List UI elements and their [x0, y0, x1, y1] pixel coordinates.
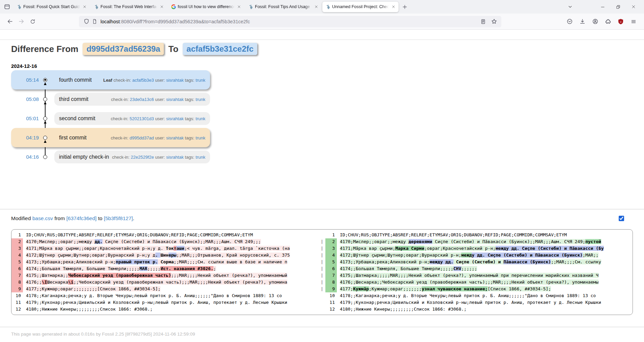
modified-file-link[interactable]: base.csv — [32, 215, 53, 221]
commit-node-icon — [43, 155, 47, 159]
diff-separator: | — [319, 286, 325, 292]
checkin-hash-link[interactable]: acfaf5b3e3 — [132, 78, 154, 83]
restore-button[interactable] — [610, 0, 626, 14]
diff-lineno-left: 9 — [11, 286, 23, 292]
timeline-time-link[interactable]: 04:19 — [11, 135, 39, 140]
extensions-button[interactable] — [602, 16, 614, 27]
tab-close-button[interactable] — [82, 4, 88, 10]
minimize-button[interactable] — [595, 0, 610, 14]
diff-text-left: 4176;;\IШеснарка\i;;Чебоксарский уезд (п… — [23, 279, 319, 286]
diff-text-left: 4170;Мислер;;овраг;;между дд. Сиçпе (Сис… — [23, 238, 319, 245]
browser-tab[interactable]: Fossil: The Fossil Web Interface — [91, 2, 167, 12]
bookmark-star-icon[interactable] — [490, 18, 498, 26]
diff-text-left: 4172;Шӳтнер çырми;Шутнер;овраг;Вурнарски… — [23, 252, 319, 259]
diff-lineno-right: 1 — [325, 232, 337, 238]
tag-link[interactable]: trunk — [196, 135, 205, 140]
modified-from-ref-link[interactable]: [6374fc36ed] — [66, 215, 97, 221]
account-button[interactable] — [589, 16, 602, 27]
commit-bubble: third commitcheck-in: 23de0a13c6 user: s… — [54, 93, 210, 106]
checkin-hash-link[interactable]: 52021301d3 — [129, 116, 154, 121]
user-link[interactable]: sisrahtak — [166, 97, 184, 102]
diff-lineno-left: 8 — [11, 279, 23, 286]
checkin-hash-link[interactable]: 22e2529f2e — [131, 155, 154, 160]
diff-lineno-right: 9 — [325, 286, 337, 292]
user-link[interactable]: sisrahtak — [166, 116, 184, 121]
tag-link[interactable]: trunk — [196, 97, 205, 102]
modified-to-ref-link[interactable]: [5b3f5f8127] — [104, 215, 133, 221]
new-tab-button[interactable] — [400, 2, 410, 12]
diff-ch-chunk: CHV — [453, 266, 461, 271]
timeline-time-link[interactable]: 05:01 — [11, 115, 39, 121]
tag-link[interactable]: trunk — [196, 116, 205, 121]
page-icon[interactable] — [90, 18, 98, 26]
user-link[interactable]: sisrahtak — [166, 155, 184, 160]
diff-text-right: 4170;Мислер;;овраг;;между деревнями Сиçп… — [337, 238, 633, 245]
checkin-hash-link[interactable]: d995dd37ad — [129, 135, 154, 140]
tab-close-button[interactable] — [236, 4, 242, 10]
url-host: localhost — [100, 19, 120, 24]
tag-link[interactable]: trunk — [196, 78, 205, 83]
commit-comment: initial empty check-in — [59, 154, 109, 160]
reload-button[interactable] — [27, 16, 38, 27]
diff-lineno-left: 12 — [11, 306, 23, 313]
reader-mode-icon[interactable] — [479, 18, 487, 26]
diff-line-text: 4180;;Нижние Кинеры;;;;;;;;;Список 1866:… — [340, 307, 467, 312]
diff-b-chunk: Ток — [166, 246, 174, 251]
timeline-time-link[interactable]: 05:08 — [11, 96, 39, 102]
google-favicon — [171, 4, 176, 9]
tab-title: fossil UI how to view difference — [178, 4, 234, 9]
browser-tab[interactable]: Unnamed Fossil Project: Check- — [322, 2, 399, 12]
diff-line-text: 4180;;Нижние Кинеры;;;;;;;;;Список 1866:… — [26, 307, 153, 312]
back-button[interactable] — [4, 16, 16, 27]
diff-separator — [319, 306, 325, 313]
diff-ch-chunk: аши — [176, 246, 184, 251]
ublock-button[interactable]: u — [614, 16, 627, 27]
timeline-time-link[interactable]: 05:14 — [11, 77, 39, 83]
forward-button[interactable] — [16, 16, 27, 27]
browser-tab[interactable]: Fossil: Fossil Tips And Usage Hi — [245, 2, 321, 12]
pocket-button[interactable] — [563, 16, 576, 27]
diff-lineno-left: 2 — [11, 238, 23, 245]
fossil-favicon — [17, 4, 22, 9]
menu-icon — [631, 19, 636, 24]
browser-tab[interactable]: fossil UI how to view difference — [168, 2, 244, 12]
browser-tab-strip: Fossil: Fossil Quick Start GuideFossil: … — [0, 0, 644, 14]
diff-separator: | — [319, 272, 325, 279]
tag-link[interactable]: trunk — [196, 155, 205, 160]
svg-text:u: u — [620, 20, 621, 23]
diff-line-text: 4178;;Каганарка;речка;у д. Вторые Чекуры… — [340, 293, 598, 298]
tab-close-button[interactable] — [390, 4, 397, 10]
menu-button[interactable] — [627, 16, 640, 27]
diff-lineno-right: 8 — [325, 279, 337, 286]
user-link[interactable]: sisrahtak — [166, 135, 184, 140]
diff-toggle-checkbox[interactable] — [619, 216, 624, 221]
downloads-button[interactable] — [576, 16, 589, 27]
diff-b-chunk: Шин — [160, 253, 168, 258]
diff-lineno-right: 6 — [325, 265, 337, 272]
shield-icon[interactable] — [82, 18, 90, 26]
diff-ch-chunk: Пăвакасси (Буинск) — [503, 259, 551, 264]
tab-close-button[interactable] — [159, 4, 165, 10]
diff-text-left: 4174;;Большая Тюмерля, Большие Тюмерли;;… — [23, 265, 319, 272]
diff-line-text: ID;CHUV;RUS;OBJTYPE;ABSREF;RELREF;ETYMSA… — [340, 232, 567, 237]
checkin-hash-link[interactable]: 23de0a13c6 — [130, 97, 154, 102]
diff-row: 74175;;Шатмарка;;Чебоксарский уезд (прав… — [11, 272, 633, 279]
forward-icon — [19, 19, 24, 24]
browser-tab[interactable]: Fossil: Fossil Quick Start Guide — [13, 2, 90, 12]
firefox-view-button[interactable] — [2, 2, 12, 12]
to-hash-link[interactable]: acfaf5b3e31ce2fc — [183, 43, 257, 55]
user-link[interactable]: sisrahtak — [166, 78, 184, 83]
modified-word: Modified — [11, 215, 31, 221]
window-close-button[interactable] — [626, 0, 641, 14]
list-all-tabs-button[interactable] — [565, 2, 575, 12]
section-divider — [0, 209, 644, 209]
from-hash-link[interactable]: d995dd37ad56239a — [83, 43, 164, 55]
diff-line-text: 4175;;Шатмарка;;;;;MAR;;;;Некий объект (… — [340, 273, 598, 278]
diff-text-left: 4179;;Куконар;речка;Цивильский и Козловс… — [23, 299, 319, 306]
tab-close-button[interactable] — [313, 4, 319, 10]
diff-row: 124180;;Нижние Кинеры;;;;;;;;;Список 186… — [11, 306, 633, 313]
diff-ch-chunk: правый приток р. — [116, 259, 158, 264]
url-bar[interactable]: localhost:8080/vdiff?from=d995dd37ad5623… — [79, 16, 501, 27]
timeline-time-link[interactable]: 04:16 — [11, 154, 39, 160]
timeline-row: 05:14fourth commitLeaf check-in: acfaf5b… — [11, 70, 210, 89]
